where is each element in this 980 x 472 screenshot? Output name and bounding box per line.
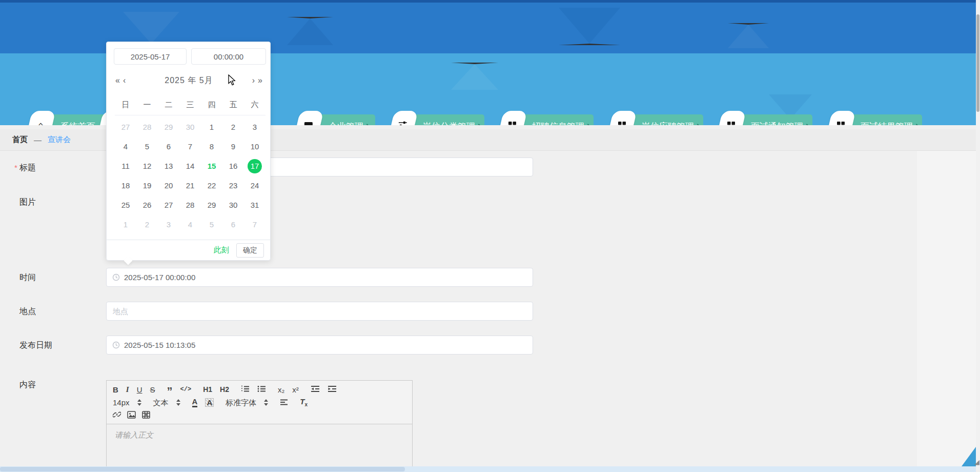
nav-item-interview-result-badge[interactable] [825,111,855,125]
calendar-weekday: 四 [201,96,222,115]
nav-item-enterprise-badge[interactable] [293,111,323,125]
calendar-weekday: 一 [136,96,158,115]
calendar-day[interactable]: 13 [158,156,179,176]
bullet-list-button[interactable] [257,385,266,394]
video-button[interactable] [142,411,150,420]
superscript-button[interactable]: x² [292,386,299,394]
nav-item-recruit-info-badge[interactable] [497,111,527,125]
clear-format-button[interactable]: Tx [300,398,308,407]
calendar-day[interactable]: 17 [248,159,262,173]
bold-button[interactable]: B [113,386,118,394]
required-asterisk: * [14,163,17,172]
calendar-day[interactable]: 5 [136,137,158,156]
location-input[interactable] [106,302,533,321]
calendar-day[interactable]: 3 [244,117,266,137]
calendar-day[interactable]: 21 [179,176,201,195]
sort-arrows-icon[interactable] [176,399,180,406]
font-size-select[interactable]: 14px [113,399,130,406]
picker-time-input[interactable] [191,48,266,65]
calendar-day[interactable]: 9 [222,137,244,156]
font-family-select[interactable]: 标准字体 [226,399,256,406]
calendar-day[interactable]: 25 [115,195,136,215]
vertical-scrollbar-thumb[interactable] [976,14,979,112]
calendar-day[interactable]: 2 [136,215,158,234]
calendar-day[interactable]: 10 [244,137,266,156]
calendar-day[interactable]: 16 [222,156,244,176]
clock-icon [112,341,120,349]
calendar-day[interactable]: 11 [115,156,136,176]
strikethrough-button[interactable]: S [150,386,155,394]
calendar-day[interactable]: 12 [136,156,158,176]
calendar-day[interactable]: 28 [179,195,201,215]
calendar-day[interactable]: 26 [136,195,158,215]
heading1-button[interactable]: H1 [203,386,212,393]
calendar-day[interactable]: 27 [158,195,179,215]
underline-button[interactable]: U [137,386,142,394]
image-button[interactable] [127,411,136,420]
calendar-weekday: 二 [158,96,179,115]
next-month-button[interactable]: › [251,76,256,85]
calendar-day[interactable]: 30 [179,117,201,137]
calendar-day[interactable]: 30 [222,195,244,215]
chevron-down-icon [916,124,920,125]
picker-month-title: 2025 年 5月 [127,75,251,86]
nav-item-interview-notice-badge[interactable] [716,111,746,125]
heading2-button[interactable]: H2 [220,386,229,393]
calendar-day[interactable]: 1 [115,215,136,234]
calendar-day[interactable]: 23 [222,176,244,195]
calendar-day[interactable]: 3 [158,215,179,234]
calendar-day[interactable]: 24 [244,176,266,195]
nav-item-job-category-badge[interactable] [387,111,418,125]
calendar-day[interactable]: 6 [222,215,244,234]
sort-arrows-icon[interactable] [264,399,268,406]
subscript-button[interactable]: x₂ [278,386,284,394]
indent-button[interactable] [328,385,337,394]
prev-year-button[interactable]: « [114,76,121,85]
confirm-button[interactable]: 确定 [236,243,264,258]
prev-month-button[interactable]: ‹ [121,76,127,85]
calendar-day[interactable]: 4 [115,137,136,156]
highlight-color-button[interactable]: A [205,398,214,407]
publish-date-input[interactable] [106,336,533,355]
link-button[interactable] [113,410,121,420]
calendar-day[interactable]: 2 [222,117,244,137]
paragraph-select[interactable]: 文本 [153,399,169,406]
calendar-day[interactable]: 7 [244,215,266,234]
horizontal-scrollbar[interactable] [0,466,980,472]
calendar-day[interactable]: 15 [201,156,222,176]
time-input[interactable] [106,268,533,287]
sort-arrows-icon[interactable] [137,399,141,406]
calendar-day[interactable]: 18 [115,176,136,195]
next-year-button[interactable]: » [256,76,264,85]
calendar-day[interactable]: 29 [158,117,179,137]
outdent-button[interactable] [311,385,320,394]
vertical-scrollbar[interactable] [976,0,980,472]
calendar-day[interactable]: 6 [158,137,179,156]
code-button[interactable]: </> [180,386,192,392]
calendar-day[interactable]: 19 [136,176,158,195]
calendar-day[interactable]: 7 [179,137,201,156]
picker-date-input[interactable] [114,48,187,65]
horizontal-scrollbar-thumb[interactable] [0,467,405,471]
calendar-day[interactable]: 22 [201,176,222,195]
calendar-day[interactable]: 5 [201,215,222,234]
now-link[interactable]: 此刻 [214,245,229,255]
calendar-day[interactable]: 8 [201,137,222,156]
calendar-day[interactable]: 4 [179,215,201,234]
text-color-button[interactable]: A [192,398,198,407]
editor-body[interactable]: 请输入正文 [106,424,413,472]
align-button[interactable] [280,399,288,406]
ordered-list-button[interactable] [241,385,250,394]
calendar-day[interactable]: 29 [201,195,222,215]
nav-item-job-apply-badge[interactable] [606,111,637,125]
calendar-day[interactable]: 27 [115,117,136,137]
calendar-day[interactable]: 28 [136,117,158,137]
italic-button[interactable]: I [126,386,129,394]
calendar-day[interactable]: 14 [179,156,201,176]
blockquote-button[interactable]: ” [167,389,173,394]
calendar-day[interactable]: 31 [244,195,266,215]
nav-item-home-badge[interactable]: ⌂ [25,111,55,125]
calendar-day[interactable]: 1 [201,117,222,137]
breadcrumb-current[interactable]: 宣讲会 [48,135,71,145]
calendar-day[interactable]: 20 [158,176,179,195]
